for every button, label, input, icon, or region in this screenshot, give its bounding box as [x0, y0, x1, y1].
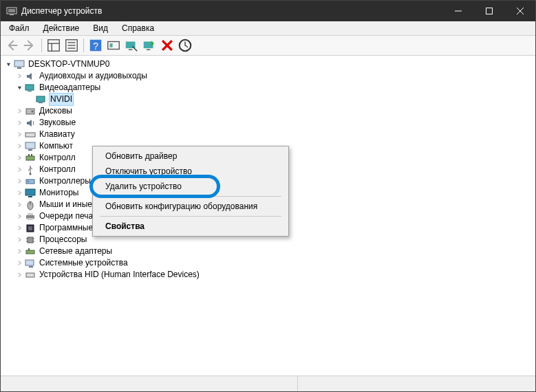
chevron-right-icon[interactable] [14, 200, 24, 210]
svg-rect-26 [17, 67, 21, 69]
toolbar: ? [1, 36, 535, 56]
chevron-right-icon[interactable] [14, 142, 24, 151]
help-button[interactable]: ? [87, 37, 104, 54]
svg-rect-29 [36, 96, 45, 102]
properties-button[interactable] [63, 37, 80, 54]
context-menu-uninstall-device[interactable]: Удалить устройство [94, 179, 287, 194]
chevron-right-icon[interactable] [14, 224, 24, 233]
maximize-button[interactable] [473, 1, 504, 21]
status-cell [1, 376, 298, 391]
minimize-button[interactable] [442, 1, 473, 21]
menu-view[interactable]: Вид [87, 22, 114, 34]
svg-rect-39 [28, 154, 30, 156]
tree-category-network[interactable]: Сетевые адаптеры [3, 246, 535, 257]
chevron-right-icon[interactable] [14, 270, 24, 280]
tree-label: NVIDI [49, 93, 74, 106]
forward-button[interactable] [21, 37, 38, 54]
monitor-icon [25, 188, 36, 199]
tree-label: Аудиовходы и аудиовыходы [38, 70, 149, 82]
svg-rect-16 [108, 42, 120, 50]
context-menu-scan-hardware[interactable]: Обновить конфигурацию оборудования [94, 199, 287, 214]
chevron-right-icon[interactable] [14, 72, 24, 81]
svg-point-32 [32, 110, 34, 112]
svg-rect-33 [25, 133, 35, 137]
svg-rect-7 [48, 40, 60, 52]
tree-root[interactable]: DESKTOP-VTNMUP0 [3, 58, 535, 70]
svg-rect-28 [28, 91, 32, 91]
tree-category-system[interactable]: Системные устройства [3, 257, 535, 269]
chevron-right-icon[interactable] [14, 212, 24, 221]
chevron-right-icon[interactable] [14, 130, 24, 140]
mouse-icon [25, 199, 36, 210]
menubar: Файл Действие Вид Справка [1, 21, 535, 36]
usb-icon [25, 164, 36, 175]
tree-label: Мониторы [38, 187, 80, 199]
menu-action[interactable]: Действие [38, 22, 85, 34]
tree-label: Видеоадаптеры [38, 82, 102, 94]
chevron-right-icon[interactable] [14, 247, 24, 257]
context-menu-update-driver[interactable]: Обновить драйвер [94, 149, 287, 164]
chevron-right-icon[interactable] [14, 153, 24, 163]
network-icon [25, 246, 36, 257]
svg-rect-42 [26, 179, 34, 184]
tree-category-disk[interactable]: Дисковы [3, 105, 535, 117]
device-tree-pane[interactable]: DESKTOP-VTNMUP0 Аудиовходы и аудиовыходы… [1, 56, 535, 375]
menu-file[interactable]: Файл [3, 22, 35, 34]
svg-rect-4 [486, 8, 492, 14]
svg-rect-30 [39, 102, 43, 103]
svg-rect-1 [8, 9, 15, 12]
svg-rect-25 [14, 61, 24, 67]
chevron-down-icon[interactable] [14, 83, 24, 93]
titlebar: Диспетчер устройств [1, 1, 535, 21]
tree-category-sound[interactable]: Звуковые [3, 117, 535, 129]
svg-rect-61 [29, 266, 33, 268]
uninstall-button[interactable] [159, 37, 175, 54]
disable-device-button[interactable] [123, 37, 140, 54]
tree-label: Системные устройства [38, 257, 129, 269]
back-button[interactable] [3, 37, 20, 54]
chevron-right-icon[interactable] [14, 118, 24, 128]
status-cell [298, 376, 535, 391]
enable-device-button[interactable] [141, 37, 158, 54]
menu-help[interactable]: Справка [116, 22, 160, 34]
chevron-right-icon[interactable] [14, 165, 24, 175]
system-device-icon [25, 258, 36, 269]
svg-rect-36 [25, 142, 35, 149]
tree-device-nvidia[interactable]: NVIDI [3, 94, 535, 105]
app-icon [6, 6, 17, 17]
chevron-right-icon[interactable] [14, 177, 24, 186]
context-menu: Обновить драйвер Отключить устройство Уд… [92, 146, 289, 237]
tree-category-video[interactable]: Видеоадаптеры [3, 82, 535, 94]
processor-icon [25, 235, 36, 246]
close-button[interactable] [504, 1, 535, 21]
tree-label: Контролл [38, 164, 77, 175]
chevron-down-icon[interactable] [3, 60, 13, 69]
scan-hardware-button[interactable] [177, 37, 193, 54]
controller-icon [25, 153, 36, 164]
disk-icon [25, 106, 36, 117]
svg-text:?: ? [93, 41, 98, 52]
tree-label: Контролл [38, 152, 77, 164]
context-menu-disable-device[interactable]: Отключить устройство [94, 164, 287, 179]
chevron-right-icon[interactable] [14, 107, 24, 116]
svg-rect-37 [28, 149, 32, 151]
context-menu-properties[interactable]: Свойства [94, 219, 287, 234]
tree-category-audio[interactable]: Аудиовходы и аудиовыходы [3, 70, 535, 82]
svg-rect-60 [25, 260, 34, 265]
tree-category-keyboard[interactable]: Клавиату [3, 129, 535, 140]
tree-category-hid[interactable]: Устройства HID (Human Interface Devices) [3, 269, 535, 281]
tree-label: Устройства HID (Human Interface Devices) [38, 269, 201, 281]
svg-rect-45 [28, 196, 32, 197]
update-driver-button[interactable] [105, 37, 122, 54]
svg-rect-58 [26, 250, 34, 254]
svg-rect-59 [28, 248, 30, 250]
audio-icon [25, 71, 36, 82]
chevron-right-icon[interactable] [14, 188, 24, 198]
chevron-right-icon[interactable] [14, 235, 24, 245]
show-hide-tree-button[interactable] [45, 37, 62, 54]
svg-rect-53 [28, 237, 33, 243]
chevron-right-icon[interactable] [14, 259, 24, 268]
tree-label: Компьют [38, 140, 74, 152]
svg-rect-52 [28, 226, 32, 230]
toolbar-separator [41, 39, 42, 52]
